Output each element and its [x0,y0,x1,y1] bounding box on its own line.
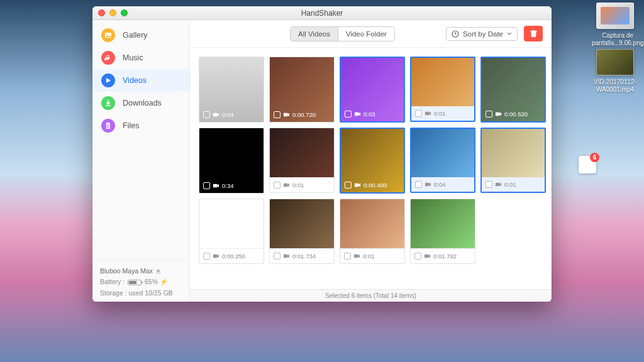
checkbox[interactable] [345,111,352,118]
video-cell[interactable]: 0:34 [199,128,264,194]
video-footer: 0:00.400 [341,177,404,192]
video-footer: 0:00.720 [270,107,334,122]
checkbox[interactable] [345,182,352,189]
video-cell[interactable]: 0:00.520 [480,57,546,123]
video-icon [596,49,634,75]
view-tabs: All VideosVideo Folder [290,26,395,41]
video-thumbnail [270,128,334,177]
device-info: Bluboo Maya Max Battery : 65% ⚡ Storage … [92,260,189,302]
battery-row: Battery : 65% ⚡ [100,278,182,286]
video-cell[interactable]: 0:01.734 [269,199,335,264]
checkbox[interactable] [203,253,210,260]
video-duration: 0:03 [364,111,375,118]
checkbox[interactable] [274,182,280,189]
play-icon [101,74,115,87]
desktop-file-video[interactable]: VID-20170112-WA0001.mp4 [590,49,640,94]
video-cell[interactable]: 0:01 [340,199,405,264]
sidebar-item-label: Music [123,53,143,62]
main-panel: All VideosVideo Folder Sort by Date 0:04… [190,20,552,302]
video-cell[interactable]: 0:01 [480,128,546,193]
video-duration: 0:00.400 [364,182,387,189]
video-duration: 0:01.792 [433,253,457,260]
video-duration: 0:01.734 [292,253,316,260]
video-thumbnail [270,199,334,248]
video-thumbnail [199,199,264,248]
video-duration: 0:01 [504,181,516,188]
video-cell[interactable]: 0:00.400 [340,128,405,194]
file-icon [101,119,115,133]
checkbox[interactable] [415,181,422,188]
video-cell[interactable]: 0:00.720 [269,57,335,123]
video-thumbnail [482,129,545,177]
video-duration: 0:01 [434,110,446,117]
video-duration: 0:34 [222,182,234,189]
window-title: HandShaker [92,9,552,18]
sidebar-item-label: Gallery [123,31,148,40]
tab-all-videos[interactable]: All Videos [291,27,338,41]
close-button[interactable] [98,9,105,16]
titlebar[interactable]: HandShaker [92,6,552,20]
checkbox[interactable] [414,253,421,260]
video-thumbnail [340,199,404,248]
video-footer: 0:04 [199,107,264,122]
video-thumbnail [411,58,474,106]
video-footer: 0:03 [341,106,404,121]
sidebar-item-label: Downloads [123,99,162,107]
video-footer: 0:01 [270,177,334,192]
sidebar-item-music[interactable]: Music [92,47,189,69]
video-footer: 0:04 [411,177,474,192]
sidebar-item-files[interactable]: Files [92,114,189,137]
checkbox[interactable] [415,110,422,117]
nav-list: GalleryMusicVideosDownloadsFiles [92,20,189,260]
video-cell[interactable]: 0:04 [199,57,264,123]
video-cell[interactable]: 0:01.792 [410,199,475,264]
checkbox[interactable] [274,253,280,260]
badge-count: 6 [590,153,599,162]
checkbox[interactable] [344,253,351,260]
video-cell[interactable]: 0:01 [410,57,475,122]
video-duration: 0:00.250 [222,253,245,260]
device-name: Bluboo Maya Max [100,267,153,275]
delete-button[interactable] [524,26,543,41]
desktop-file-label: Captura de pantalla...9.06.png [590,31,644,48]
grid-scroll[interactable]: 0:040:00.7200:030:010:00.5200:340:010:00… [190,48,552,289]
video-duration: 0:00.720 [292,111,316,118]
video-cell[interactable]: 0:01 [269,128,335,193]
minimize-button[interactable] [109,9,116,16]
sidebar-item-videos[interactable]: Videos [92,69,189,92]
video-grid: 0:040:00.7200:030:010:00.5200:340:010:00… [199,57,543,264]
sidebar-item-gallery[interactable]: Gallery [92,24,189,47]
checkbox[interactable] [274,111,280,118]
eject-icon[interactable] [155,268,161,274]
video-cell[interactable]: 0:00.250 [199,199,264,264]
sort-label: Sort by Date [463,30,503,38]
sidebar-item-label: Files [123,121,139,130]
maximize-button[interactable] [121,9,128,16]
checkbox[interactable] [203,182,210,189]
checkbox[interactable] [203,111,210,118]
sidebar: GalleryMusicVideosDownloadsFiles Bluboo … [92,20,190,302]
desktop-notification-badge[interactable]: 6 [579,156,596,173]
checkbox[interactable] [486,181,492,188]
video-duration: 0:00.520 [504,111,528,118]
download-icon [101,96,115,110]
sort-button[interactable]: Sort by Date [446,27,518,41]
video-footer: 0:01.734 [270,248,334,263]
video-footer: 0:34 [199,178,264,193]
checkbox[interactable] [486,111,492,118]
storage-row: Storage : used 10/25 GB [100,289,182,297]
trash-icon [530,30,538,38]
image-icon [101,28,115,42]
desktop-file-screenshot[interactable]: Captura de pantalla...9.06.png [590,3,640,48]
status-bar: Selected 6 items (Total 14 items) [190,289,552,302]
video-cell[interactable]: 0:04 [410,128,475,193]
app-window: HandShaker GalleryMusicVideosDownloadsFi… [92,6,552,302]
image-icon [596,3,634,29]
toolbar: All VideosVideo Folder Sort by Date [190,20,552,48]
svg-point-1 [106,34,108,35]
sidebar-item-downloads[interactable]: Downloads [92,92,189,114]
video-thumbnail [411,199,475,248]
tab-video-folder[interactable]: Video Folder [338,27,394,41]
note-icon [101,51,115,65]
video-cell[interactable]: 0:03 [340,57,405,123]
